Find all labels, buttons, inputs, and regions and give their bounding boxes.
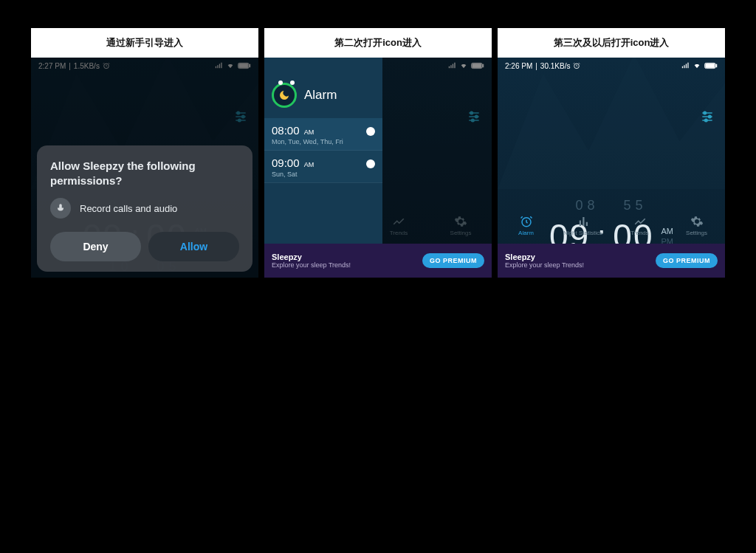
promo-sub: Explore your sleep Trends! [272,261,351,269]
alarm-row-2[interactable]: 09:00 AM Sun, Sat [264,151,382,183]
nav-alarm[interactable]: Alarm [498,207,554,244]
promo-banner[interactable]: Sleepzy Explore your sleep Trends! GO PR… [264,244,492,278]
alarm-toggle-1[interactable] [366,127,375,136]
promo-banner[interactable]: Sleepzy Explore your sleep Trends! GO PR… [498,244,725,278]
allow-button[interactable]: Allow [148,232,239,261]
svg-rect-25 [585,221,587,225]
permission-item-label: Record calls and audio [80,203,177,214]
alarm-toggle-2[interactable] [366,159,375,168]
go-premium-button[interactable]: GO PREMIUM [656,253,718,268]
phone-screen-3: 2:26 PM| 30.1KB/s [498,58,725,278]
svg-point-12 [475,115,478,117]
nav-night-stats[interactable]: Night Statistics [554,207,611,244]
nav-settings[interactable]: Settings [668,207,725,244]
go-premium-button[interactable]: GO PREMIUM [422,253,484,268]
phone-screen-1: 2:27 PM | 1.5KB/s [31,58,258,278]
moon-icon [272,83,297,108]
caption-3: 第三次及以后打开icon进入 [498,28,725,58]
promo-title: Sleepzy [505,253,584,261]
bottom-nav: Alarm Night Statistics Trends Settings [498,207,725,244]
permission-dialog: Allow Sleepzy the following permissions?… [37,145,252,272]
svg-point-11 [470,111,472,114]
mic-icon [50,198,71,219]
nav-settings[interactable]: Settings [430,207,492,244]
permission-title: Allow Sleepzy the following permissions? [50,159,239,188]
filter-icon[interactable] [467,109,481,127]
drawer-title: Alarm [304,88,337,103]
svg-rect-23 [579,220,580,226]
nav-trends[interactable]: Trends [611,207,668,244]
alarm-row-1[interactable]: 08:00 AM Mon, Tue, Wed, Thu, Fri [264,118,382,151]
caption-2: 第二次打开icon进入 [264,28,492,58]
deny-button[interactable]: Deny [50,232,141,261]
promo-sub: Explore your sleep Trends! [505,261,584,269]
svg-point-13 [472,119,474,121]
promo-title: Sleepzy [272,253,351,261]
svg-rect-24 [583,217,584,226]
caption-1: 通过新手引导进入 [31,28,258,58]
phone-screen-2: 2:26 PM| 2.9KB/s [264,58,492,278]
